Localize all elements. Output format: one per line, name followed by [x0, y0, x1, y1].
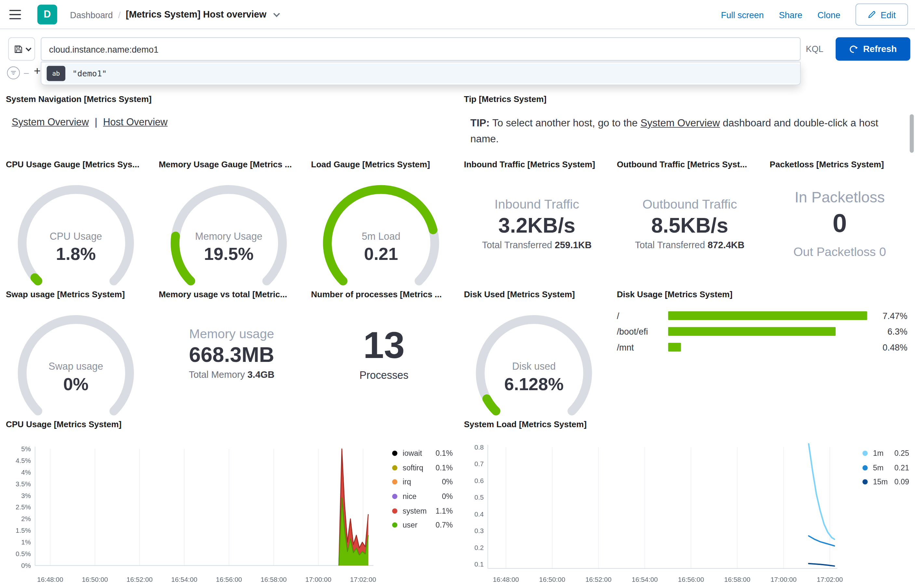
host-overview-link[interactable]: Host Overview	[103, 116, 167, 128]
svg-text:17:00:00: 17:00:00	[771, 576, 797, 583]
filter-separator: –	[24, 68, 29, 78]
query-language-toggle[interactable]: KQL	[806, 37, 823, 61]
metric-value: 3.2KB/s	[464, 212, 610, 239]
svg-text:4%: 4%	[21, 468, 31, 476]
pencil-icon	[868, 10, 876, 18]
suggestion-value: "demo1"	[73, 69, 107, 78]
svg-text:3%: 3%	[21, 492, 31, 499]
legend-label: user	[403, 521, 417, 530]
panel-title-system-navigation: System Navigation [Metrics System]	[6, 95, 152, 104]
legend-value: 1.1%	[436, 506, 453, 515]
legend-item-irq[interactable]: irq0%	[392, 475, 453, 489]
panel-title-load-gauge: Load Gauge [Metrics System]	[311, 160, 430, 169]
disk-usage-row: /boot/efi6.3%	[617, 323, 907, 339]
metric-sub-value: 259.1KB	[555, 240, 591, 250]
breadcrumb: Dashboard / [Metrics System] Host overvi…	[70, 0, 279, 29]
disk-usage-row: /mnt0.48%	[617, 339, 907, 355]
legend-label: softirq	[403, 463, 423, 472]
svg-text:2.5%: 2.5%	[16, 503, 31, 511]
deployment-logo[interactable]: D	[37, 5, 57, 24]
disk-mount-label: /boot/efi	[617, 326, 668, 336]
disk-usage-value: 7.47%	[883, 311, 907, 321]
metric-sub-value: 872.4KB	[708, 240, 744, 250]
suggestion-item[interactable]: ab "demo1"	[45, 64, 800, 84]
svg-text:16:50:00: 16:50:00	[82, 576, 108, 583]
scrollbar-thumb[interactable]	[910, 114, 914, 153]
legend-label: 1m	[873, 449, 883, 458]
breadcrumb-dashboard[interactable]: Dashboard	[70, 10, 113, 20]
disk-usage-value: 0.48%	[883, 342, 907, 352]
legend-label: nice	[403, 492, 416, 501]
disk-used-gauge	[470, 312, 598, 428]
memory-usage-gauge	[165, 182, 293, 299]
legend-label: irq	[403, 478, 411, 486]
svg-text:16:54:00: 16:54:00	[172, 576, 198, 583]
svg-text:3.5%: 3.5%	[16, 480, 31, 488]
legend-item-iowait[interactable]: iowait0.1%	[392, 446, 453, 460]
metric-sub-label: Total Transferred	[635, 240, 705, 250]
full-screen-link[interactable]: Full screen	[721, 10, 764, 20]
legend-item-softirq[interactable]: softirq0.1%	[392, 460, 453, 475]
share-link[interactable]: Share	[779, 10, 803, 20]
svg-text:4.5%: 4.5%	[16, 457, 31, 464]
breadcrumb-separator: /	[118, 10, 120, 20]
legend-item-system[interactable]: system1.1%	[392, 504, 453, 518]
tip-system-overview-link[interactable]: System Overview	[641, 117, 720, 129]
system-load-chart: 0.80.70.60.50.40.30.20.116:48:0016:50:00…	[464, 440, 915, 588]
legend-item-1m[interactable]: 1m0.25	[862, 446, 909, 460]
legend-item-user[interactable]: user0.7%	[392, 518, 453, 532]
chevron-down-icon[interactable]	[273, 10, 280, 17]
svg-text:0.8: 0.8	[475, 443, 484, 451]
legend-label: 5m	[873, 463, 883, 472]
value-suggestion-icon: ab	[47, 66, 65, 81]
panel-title-outbound: Outbound Traffic [Metrics Syst...	[617, 160, 747, 169]
saved-query-button[interactable]	[8, 37, 35, 61]
clone-link[interactable]: Clone	[818, 10, 840, 20]
legend-value: 0.1%	[436, 463, 453, 472]
system-overview-link[interactable]: System Overview	[12, 116, 89, 128]
legend-dot-icon	[862, 465, 868, 470]
svg-text:1%: 1%	[21, 538, 31, 546]
metric-subtext: Total Transferred 872.4KB	[617, 239, 763, 252]
svg-text:17:02:00: 17:02:00	[817, 576, 843, 583]
disk-mount-label: /mnt	[617, 342, 668, 352]
legend-value: 0.7%	[436, 521, 453, 530]
disk-usage-bar	[668, 343, 681, 352]
svg-text:2%: 2%	[21, 515, 31, 522]
metric-sub-label: Total Transferred	[482, 240, 552, 250]
disk-usage-row: /7.47%	[617, 308, 907, 323]
hamburger-menu-icon[interactable]	[10, 10, 21, 19]
svg-text:1.5%: 1.5%	[16, 527, 31, 534]
legend-value: 0.09	[894, 478, 909, 486]
load-gauge	[317, 182, 445, 299]
legend-item-nice[interactable]: nice0%	[392, 489, 453, 504]
svg-text:17:02:00: 17:02:00	[350, 576, 376, 583]
query-input[interactable]: cloud.instance.name:demo1	[41, 37, 801, 61]
legend-item-15m[interactable]: 15m0.09	[862, 475, 909, 489]
disk-usage-value: 6.3%	[887, 326, 907, 336]
cpu-usage-gauge	[12, 182, 140, 299]
svg-text:16:48:00: 16:48:00	[37, 576, 63, 583]
legend-dot-icon	[392, 508, 397, 513]
disk-bar-track	[668, 311, 868, 320]
disk-bar-track	[668, 327, 868, 336]
svg-text:0.6: 0.6	[475, 477, 484, 485]
svg-text:16:58:00: 16:58:00	[261, 576, 287, 583]
refresh-icon	[849, 45, 858, 53]
refresh-button[interactable]: Refresh	[836, 37, 910, 61]
svg-text:0.5: 0.5	[475, 493, 484, 501]
packetloss-out: Out Packetloss 0	[770, 243, 910, 260]
filter-icon[interactable]	[7, 66, 20, 79]
svg-text:5%: 5%	[21, 445, 31, 452]
legend-dot-icon	[392, 494, 397, 499]
edit-button[interactable]: Edit	[855, 3, 908, 26]
add-filter-button[interactable]: +	[34, 64, 40, 77]
panel-title-cpu-chart: CPU Usage [Metrics System]	[6, 420, 121, 429]
svg-text:0%: 0%	[21, 562, 31, 569]
processes-metric: 13 Processes	[311, 322, 457, 383]
inbound-traffic-metric: Inbound Traffic 3.2KB/s Total Transferre…	[464, 197, 610, 252]
legend-label: system	[403, 506, 427, 515]
panel-title-memory-gauge: Memory Usage Gauge [Metrics ...	[159, 160, 292, 169]
legend-item-5m[interactable]: 5m0.21	[862, 460, 909, 475]
legend-dot-icon	[392, 465, 397, 470]
